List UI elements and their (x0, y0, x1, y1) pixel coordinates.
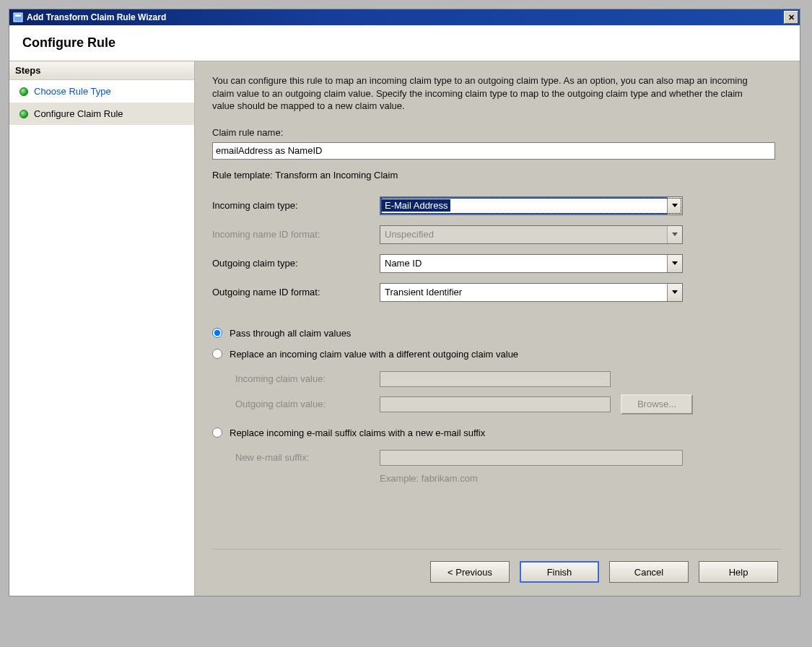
outgoing-claim-value-label: Outgoing claim value: (235, 399, 380, 409)
svg-rect-1 (15, 14, 21, 17)
close-button[interactable]: ✕ (784, 11, 798, 24)
incoming-nameid-format-label: Incoming name ID format: (212, 229, 380, 240)
step-link[interactable]: Choose Rule Type (34, 86, 111, 97)
previous-button[interactable]: < Previous (430, 561, 510, 583)
claim-rule-name-input[interactable] (212, 142, 775, 160)
titlebar: Add Transform Claim Rule Wizard ✕ (9, 9, 800, 25)
step-label: Configure Claim Rule (34, 108, 123, 119)
incoming-nameid-format-combo: Unspecified (380, 225, 683, 244)
radio-pass-through-label: Pass through all claim values (230, 328, 351, 339)
radio-replace-value-label: Replace an incoming claim value with a d… (230, 349, 518, 360)
row-outgoing-claim-value: Outgoing claim value: Browse... (235, 394, 782, 414)
radio-pass-through-input[interactable] (212, 328, 222, 338)
browse-button: Browse... (621, 394, 693, 414)
outgoing-nameid-format-value: Transient Identifier (380, 287, 667, 298)
content: You can configure this rule to map an in… (195, 61, 800, 596)
step-choose-rule-type[interactable]: Choose Rule Type (9, 80, 194, 103)
new-email-suffix-label: New e-mail suffix: (235, 452, 380, 463)
header-strip: Configure Rule (9, 25, 800, 61)
radio-pass-through[interactable]: Pass through all claim values (212, 328, 782, 339)
radio-replace-suffix-input[interactable] (212, 427, 222, 438)
row-incoming-claim-type: Incoming claim type: E-Mail Address (212, 196, 782, 215)
chevron-down-icon[interactable] (667, 284, 682, 301)
close-icon: ✕ (788, 13, 795, 22)
outgoing-nameid-format-combo[interactable]: Transient Identifier (380, 283, 683, 302)
example-hint: Example: fabrikam.com (380, 473, 782, 484)
sidebar: Steps Choose Rule Type Configure Claim R… (9, 61, 195, 596)
radio-replace-value[interactable]: Replace an incoming claim value with a d… (212, 349, 782, 360)
footer-bar: < Previous Finish Cancel Help (212, 549, 782, 589)
app-icon (12, 12, 24, 23)
incoming-claim-type-combo[interactable]: E-Mail Address (380, 196, 683, 215)
body: Steps Choose Rule Type Configure Claim R… (9, 61, 800, 596)
page-title: Configure Rule (22, 35, 787, 51)
replace-suffix-block: New e-mail suffix: Example: fabrikam.com (235, 443, 782, 484)
claim-rule-name-label: Claim rule name: (212, 127, 782, 138)
wizard-window: Add Transform Claim Rule Wizard ✕ Config… (9, 9, 800, 596)
radio-replace-suffix-label: Replace incoming e-mail suffix claims wi… (230, 427, 485, 438)
outgoing-nameid-format-label: Outgoing name ID format: (212, 287, 380, 298)
row-outgoing-claim-type: Outgoing claim type: Name ID (212, 254, 782, 273)
help-button[interactable]: Help (699, 561, 778, 583)
finish-button[interactable]: Finish (520, 561, 599, 583)
outgoing-claim-type-value: Name ID (380, 258, 667, 269)
row-outgoing-nameid-format: Outgoing name ID format: Transient Ident… (212, 283, 782, 302)
new-email-suffix-input (380, 450, 683, 466)
step-bullet-icon (19, 110, 28, 118)
step-configure-claim-rule[interactable]: Configure Claim Rule (9, 103, 194, 125)
chevron-down-icon[interactable] (667, 255, 682, 272)
radio-replace-suffix[interactable]: Replace incoming e-mail suffix claims wi… (212, 427, 782, 438)
row-new-email-suffix: New e-mail suffix: (235, 450, 782, 466)
incoming-claim-type-label: Incoming claim type: (212, 200, 380, 211)
row-incoming-nameid-format: Incoming name ID format: Unspecified (212, 225, 782, 244)
row-incoming-claim-value: Incoming claim value: (235, 371, 782, 387)
incoming-claim-type-value: E-Mail Address (382, 199, 450, 212)
cancel-button[interactable]: Cancel (609, 561, 689, 583)
intro-text: You can configure this rule to map an in… (212, 74, 761, 113)
incoming-nameid-format-value: Unspecified (380, 229, 667, 240)
step-bullet-icon (19, 87, 28, 96)
incoming-claim-value-input (380, 371, 611, 387)
outgoing-claim-type-label: Outgoing claim type: (212, 258, 380, 269)
rule-template-prefix: Rule template: (212, 170, 275, 181)
chevron-down-icon (667, 226, 682, 243)
incoming-claim-value-label: Incoming claim value: (235, 373, 380, 384)
outgoing-claim-value-input (380, 396, 611, 412)
outgoing-claim-type-combo[interactable]: Name ID (380, 254, 683, 273)
steps-header: Steps (9, 61, 194, 80)
window-title: Add Transform Claim Rule Wizard (27, 12, 784, 22)
replace-value-block: Incoming claim value: Outgoing claim val… (235, 364, 782, 422)
chevron-down-icon[interactable] (667, 197, 682, 214)
radio-replace-value-input[interactable] (212, 349, 222, 359)
svg-rect-0 (14, 13, 22, 22)
rule-template-line: Rule template: Transform an Incoming Cla… (212, 170, 782, 181)
rule-template-value: Transform an Incoming Claim (275, 170, 398, 181)
